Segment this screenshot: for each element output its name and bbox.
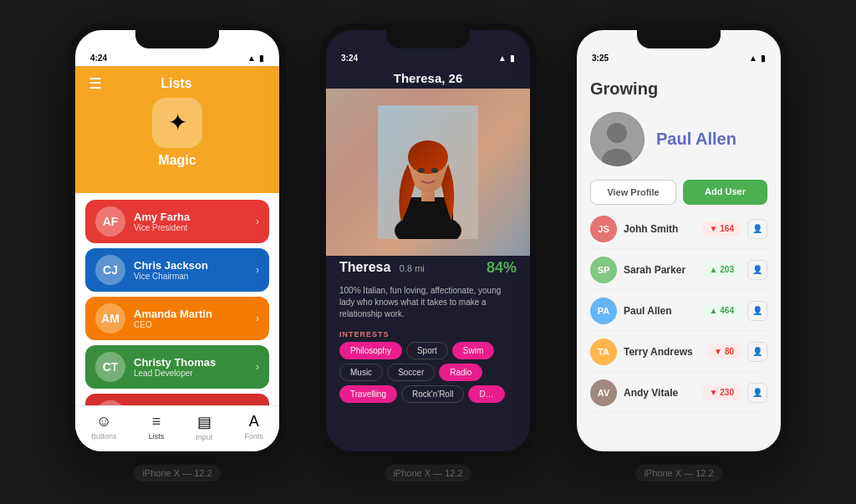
list-item-name: Chris Jackson [134,259,247,272]
user-row[interactable]: SP Sarah Parker ▲ 203 👤 [590,251,767,290]
profile-match: 84% [487,259,517,277]
score-value: 230 [720,388,734,397]
list-item-role: Lead Developer [134,369,247,378]
status-bar-1: 4:24 ▲ ▮ [75,30,279,66]
interest-tag[interactable]: Travelling [339,385,397,403]
score-arrow: ▲ [709,306,717,315]
nav-buttons[interactable]: ☺ Buttons [91,413,117,441]
score-value: 164 [720,224,734,233]
user-row[interactable]: TA Terry Andrews ▼ 80 👤 [590,333,767,372]
score-value: 80 [725,347,734,356]
avatar: CT [95,352,125,382]
interest-tag[interactable]: Soccer [387,364,435,381]
featured-avatar [590,112,645,166]
user-action-button[interactable]: 👤 [747,342,767,362]
interest-tag[interactable]: Radio [439,364,482,381]
input-icon: ▤ [197,413,211,431]
user-action-button[interactable]: 👤 [747,260,767,280]
list-item-text: Amy Farha Vice President [134,211,247,232]
profile-bio: 100% Italian, fun loving, affectionate, … [326,280,530,325]
nav-label: Fonts [244,432,263,440]
interest-tag[interactable]: Rock'n'Roll [401,385,464,403]
phone1-wrapper: 4:24 ▲ ▮ ☰ Lists ✦ Magic AF [69,23,286,481]
list-item-name: Amanda Martin [134,308,247,320]
list-item-text: Christy Thomas Lead Developer [134,356,247,378]
featured-name: Paul Allen [656,130,736,149]
profile-photo [326,89,530,256]
phone1-nav: ☺ Buttons ≡ Lists ▤ Input A Fonts [75,405,279,451]
user-row[interactable]: AV Andy Vitale ▼ 230 👤 [590,374,767,413]
score-badge: ▼ 164 [702,221,741,236]
wifi-icon: ▲ [247,53,256,63]
user-row[interactable]: JS Johh Smith ▼ 164 👤 [590,210,767,249]
score-arrow: ▼ [714,347,722,356]
phone1: 4:24 ▲ ▮ ☰ Lists ✦ Magic AF [69,23,286,458]
list-item[interactable]: AF Amy Farha Vice President › [85,200,269,243]
status-icons-3: ▲ ▮ [749,53,766,63]
magic-icon: ✦ [152,98,202,148]
score-value: 464 [720,306,734,315]
nav-fonts[interactable]: A Fonts [244,413,263,441]
profile-name-age: Theresa, 26 [326,66,530,89]
status-bar-2: 3:24 ▲ ▮ [326,30,530,66]
user-action-button[interactable]: 👤 [747,219,767,239]
battery-icon: ▮ [510,53,515,63]
arrow-icon: › [256,361,259,373]
svg-point-5 [408,140,448,174]
nav-lists[interactable]: ≡ Lists [149,413,165,441]
list-item[interactable]: CT Christy Thomas Lead Developer › [85,345,269,389]
status-bar-3: 3:25 ▲ ▮ [577,30,781,66]
list-item-text: Chris Jackson Vice Chairman [134,259,247,281]
arrow-icon: › [256,264,259,276]
list-item-role: CEO [134,320,247,329]
list-item-text: Amanda Martin CEO [134,308,247,329]
status-icons-2: ▲ ▮ [498,53,515,63]
battery-icon: ▮ [259,53,264,63]
user-name: Terry Andrews [624,346,701,358]
arrow-icon: › [256,313,259,324]
user-action-button[interactable]: 👤 [747,383,767,403]
user-avatar: PA [590,298,617,324]
score-value: 203 [720,265,734,274]
interest-tag[interactable]: Swim [452,342,494,359]
view-profile-button[interactable]: View Profile [590,180,676,205]
profile-header-row: Paul Allen [590,104,767,175]
svg-rect-2 [403,197,453,239]
avatar: AF [95,206,125,237]
score-badge: ▼ 230 [702,385,741,400]
list-item-name: Amy Farha [134,211,247,223]
interest-tag[interactable]: Sport [406,342,448,359]
list-item[interactable]: CJ Chris Jackson Vice Chairman › [85,248,269,292]
nav-label: Lists [149,432,165,440]
fonts-icon: A [249,413,259,430]
add-user-button[interactable]: Add User [683,180,767,205]
phone2-wrapper: 3:24 ▲ ▮ Theresa, 26 [319,23,537,481]
user-avatar: TA [590,339,617,365]
hamburger-icon[interactable]: ☰ [89,74,102,93]
buttons-icon: ☺ [96,413,111,430]
interest-tag[interactable]: Philosophy [339,342,402,359]
phone3: 3:25 ▲ ▮ Growing [570,23,787,458]
featured-avatar-svg [590,112,645,166]
profile-svg [378,105,478,239]
user-avatar: JS [590,216,617,242]
user-name: Andy Vitale [624,387,696,399]
nav-input[interactable]: ▤ Input [196,413,212,441]
header-title: Lists [160,76,191,91]
profile-name-dist: Theresa 0.8 mi [339,260,425,275]
phone1-label: iPhone X — 12.2 [134,465,220,481]
list-item-name: Christy Thomas [134,356,247,369]
wifi-icon: ▲ [498,53,507,63]
interest-tag[interactable]: Music [339,364,383,381]
list-item-role: Vice President [134,223,247,232]
profile-buttons: View Profile Add User [590,180,767,205]
wifi-icon: ▲ [749,53,757,63]
interest-tag[interactable]: D… [468,385,504,403]
user-action-button[interactable]: 👤 [747,301,767,321]
user-row[interactable]: PA Paul Allen ▲ 464 👤 [590,292,767,331]
user-list: JS Johh Smith ▼ 164 👤 SP Sarah Parker ▲ [590,210,767,413]
profile-distance: 0.8 mi [400,263,425,273]
list-item[interactable]: AM Amanda Martin CEO › [85,297,269,340]
score-badge: ▼ 80 [707,344,741,359]
avatar: CJ [95,255,125,285]
